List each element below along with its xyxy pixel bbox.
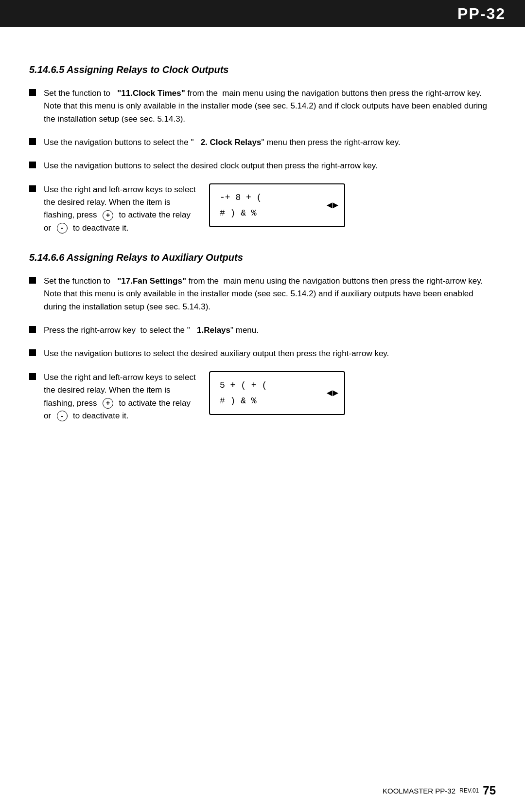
minus-button-icon: - (57, 223, 68, 234)
section-2-heading: 5.14.6.6 Assigning Relays to Auxiliary O… (29, 252, 496, 263)
bullet-2-text: Use the navigation buttons to select the… (44, 136, 496, 149)
bullet-square-icon (29, 89, 36, 96)
bullet-5-text: Set the function to "17.Fan Settings" fr… (44, 275, 496, 313)
list-item: Use the navigation buttons to select the… (29, 136, 496, 149)
bold-inline: "17.Fan Settings" (117, 276, 186, 286)
bullet-4-left-text: Use the right and left-arrow keys to sel… (44, 183, 209, 235)
bullet-3-text: Use the navigation buttons to select the… (44, 160, 496, 172)
bullet-square-icon (29, 277, 36, 284)
display-box-2: 5 + ( + ( # ) & % ◄► (209, 371, 345, 415)
footer-page-number: 75 (483, 784, 496, 797)
bullet-square-icon (29, 349, 36, 356)
header-bar: PP-32 (0, 0, 525, 27)
bold-inline: 2. Clock Relays (201, 138, 262, 147)
bullet-square-icon (29, 138, 36, 145)
footer-brand: KOOLMASTER PP-32 (383, 787, 455, 795)
bullet-square-icon (29, 162, 36, 168)
bullet-square-icon (29, 326, 36, 333)
display-box-line1: -+ 8 + ( (220, 193, 334, 202)
list-item: Set the function to "17.Fan Settings" fr… (29, 275, 496, 313)
section-2: 5.14.6.6 Assigning Relays to Auxiliary O… (29, 252, 496, 422)
bullet-8-left-text: Use the right and left-arrow keys to sel… (44, 371, 209, 422)
display-box-1: -+ 8 + ( # ) & % ◄► (209, 183, 345, 227)
bullet-6-text: Press the right-arrow key to select the … (44, 324, 496, 337)
list-item: Use the navigation buttons to select the… (29, 160, 496, 172)
display-box-2-arrow-icon: ◄► (327, 387, 338, 398)
section-1: 5.14.6.5 Assigning Relays to Clock Outpu… (29, 64, 496, 235)
list-item: Set the function to "11.Clock Times" fro… (29, 87, 496, 126)
list-item: Use the navigation buttons to select the… (29, 347, 496, 360)
header-title: PP-32 (457, 5, 506, 23)
footer: KOOLMASTER PP-32 REV.01 75 (383, 784, 496, 797)
footer-rev: REV.01 (459, 787, 479, 794)
display-box-arrow-icon: ◄► (327, 199, 338, 211)
minus-button-icon: - (57, 411, 68, 421)
section-1-bullets: Set the function to "11.Clock Times" fro… (29, 87, 496, 235)
plus-button-icon: + (103, 210, 113, 221)
bullet-7-text: Use the navigation buttons to select the… (44, 347, 496, 360)
list-item: Press the right-arrow key to select the … (29, 324, 496, 337)
page-content: 5.14.6.5 Assigning Relays to Clock Outpu… (0, 27, 525, 472)
section-1-heading: 5.14.6.5 Assigning Relays to Clock Outpu… (29, 64, 496, 75)
plus-button-icon: + (103, 398, 113, 409)
display-box-2-line2: # ) & % (220, 396, 334, 406)
list-item: Use the right and left-arrow keys to sel… (29, 371, 496, 422)
bold-inline: 1.Relays (197, 325, 230, 335)
list-item: Use the right and left-arrow keys to sel… (29, 183, 496, 235)
bullet-1-text: Set the function to "11.Clock Times" fro… (44, 87, 496, 126)
display-box-line2: # ) & % (220, 208, 334, 218)
display-box-2-line1: 5 + ( + ( (220, 380, 334, 390)
bold-inline: "11.Clock Times" (117, 89, 185, 98)
section-2-bullets: Set the function to "17.Fan Settings" fr… (29, 275, 496, 422)
bullet-square-icon (29, 185, 36, 192)
bullet-square-icon (29, 373, 36, 380)
